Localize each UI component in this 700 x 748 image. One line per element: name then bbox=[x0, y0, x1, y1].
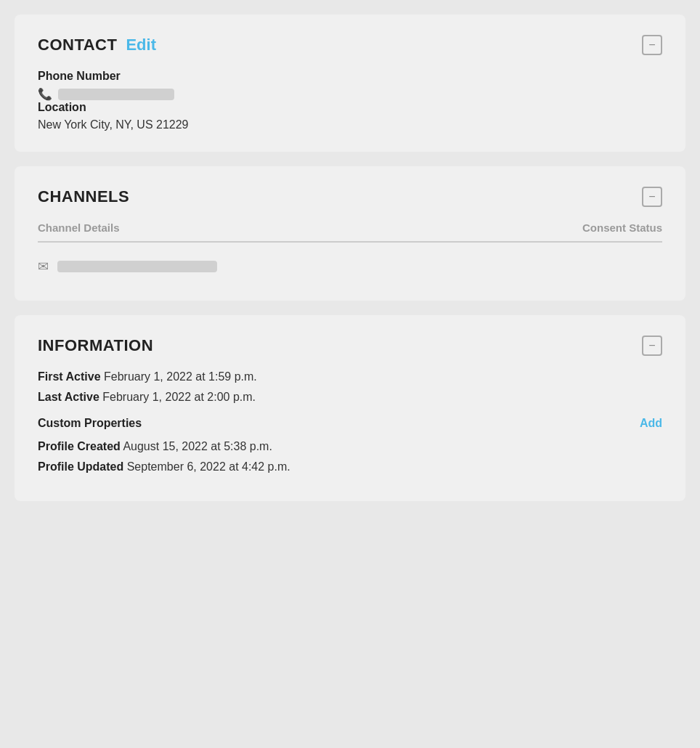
contact-title-group: CONTACT Edit bbox=[38, 36, 156, 54]
channels-collapse-button[interactable]: − bbox=[642, 187, 662, 207]
last-active-row: Last Active February 1, 2022 at 2:00 p.m… bbox=[38, 391, 662, 404]
profile-updated-label: Profile Updated bbox=[38, 460, 123, 473]
channels-card-header: CHANNELS − bbox=[38, 187, 662, 207]
location-value: New York City, NY, US 21229 bbox=[38, 118, 662, 131]
contact-card-header: CONTACT Edit − bbox=[38, 35, 662, 55]
profile-updated-row: Profile Updated September 6, 2022 at 4:4… bbox=[38, 460, 662, 473]
channels-card: CHANNELS − Channel Details Consent Statu… bbox=[15, 166, 685, 301]
phone-number-field: Phone Number 📞 bbox=[38, 70, 662, 101]
consent-status-header: Consent Status bbox=[582, 221, 662, 234]
phone-redacted bbox=[58, 89, 174, 100]
channel-email-redacted bbox=[57, 261, 217, 272]
first-active-label: First Active bbox=[38, 370, 101, 383]
channels-title: CHANNELS bbox=[38, 187, 129, 206]
phone-number-value: 📞 bbox=[38, 87, 662, 101]
last-active-label: Last Active bbox=[38, 391, 99, 403]
email-icon: ✉ bbox=[38, 259, 49, 275]
contact-card: CONTACT Edit − Phone Number 📞 Location N… bbox=[15, 15, 685, 152]
profile-updated-value: September 6, 2022 at 4:42 p.m. bbox=[127, 460, 290, 473]
contact-collapse-button[interactable]: − bbox=[642, 35, 662, 55]
location-field: Location New York City, NY, US 21229 bbox=[38, 101, 662, 131]
channels-table-header: Channel Details Consent Status bbox=[38, 221, 662, 243]
channel-details-header: Channel Details bbox=[38, 221, 120, 234]
location-label: Location bbox=[38, 101, 662, 114]
first-active-value: February 1, 2022 at 1:59 p.m. bbox=[104, 370, 257, 383]
custom-properties-header: Custom Properties Add bbox=[38, 417, 662, 430]
profile-created-row: Profile Created August 15, 2022 at 5:38 … bbox=[38, 440, 662, 453]
information-collapse-button[interactable]: − bbox=[642, 336, 662, 356]
last-active-value: February 1, 2022 at 2:00 p.m. bbox=[102, 391, 256, 403]
information-title: INFORMATION bbox=[38, 336, 153, 355]
contact-title: CONTACT bbox=[38, 36, 117, 54]
information-card-header: INFORMATION − bbox=[38, 336, 662, 356]
custom-properties-label: Custom Properties bbox=[38, 417, 142, 430]
information-card: INFORMATION − First Active February 1, 2… bbox=[15, 315, 685, 501]
add-custom-property-link[interactable]: Add bbox=[640, 417, 662, 430]
phone-icon: 📞 bbox=[38, 87, 52, 101]
profile-created-label: Profile Created bbox=[38, 440, 121, 452]
phone-number-label: Phone Number bbox=[38, 70, 662, 83]
profile-created-value: August 15, 2022 at 5:38 p.m. bbox=[123, 440, 272, 452]
contact-edit-link[interactable]: Edit bbox=[126, 36, 156, 54]
channel-row: ✉ bbox=[38, 253, 662, 280]
first-active-row: First Active February 1, 2022 at 1:59 p.… bbox=[38, 370, 662, 383]
